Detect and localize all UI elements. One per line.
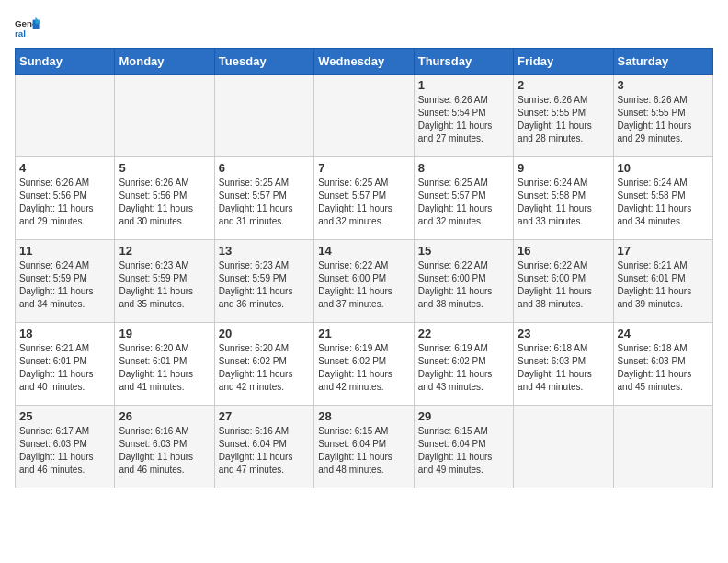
week-row-5: 25Sunrise: 6:17 AM Sunset: 6:03 PM Dayli… — [16, 406, 713, 488]
cell-content: Sunrise: 6:24 AM Sunset: 5:58 PM Dayligh… — [618, 177, 709, 228]
week-row-1: 1Sunrise: 6:26 AM Sunset: 5:54 PM Daylig… — [16, 75, 713, 157]
calendar-cell: 27Sunrise: 6:16 AM Sunset: 6:04 PM Dayli… — [214, 406, 313, 488]
day-number: 7 — [318, 161, 409, 175]
cell-content: Sunrise: 6:24 AM Sunset: 5:59 PM Dayligh… — [19, 259, 110, 311]
calendar-cell: 13Sunrise: 6:23 AM Sunset: 5:59 PM Dayli… — [214, 240, 313, 323]
cell-content: Sunrise: 6:18 AM Sunset: 6:03 PM Dayligh… — [618, 342, 709, 394]
column-header-tuesday: Tuesday — [214, 49, 313, 75]
day-number: 21 — [318, 327, 409, 340]
cell-content: Sunrise: 6:26 AM Sunset: 5:56 PM Dayligh… — [119, 177, 210, 228]
cell-content: Sunrise: 6:26 AM Sunset: 5:56 PM Dayligh… — [19, 177, 110, 228]
cell-content: Sunrise: 6:24 AM Sunset: 5:58 PM Dayligh… — [518, 177, 609, 228]
cell-content: Sunrise: 6:25 AM Sunset: 5:57 PM Dayligh… — [418, 177, 509, 228]
calendar-cell: 6Sunrise: 6:25 AM Sunset: 5:57 PM Daylig… — [214, 157, 313, 240]
day-number: 11 — [19, 244, 110, 258]
cell-content: Sunrise: 6:25 AM Sunset: 5:57 PM Dayligh… — [219, 177, 310, 228]
calendar-cell: 22Sunrise: 6:19 AM Sunset: 6:02 PM Dayli… — [414, 323, 513, 406]
cell-content: Sunrise: 6:23 AM Sunset: 5:59 PM Dayligh… — [219, 259, 310, 311]
svg-text:ral: ral — [15, 29, 26, 39]
calendar-body: 1Sunrise: 6:26 AM Sunset: 5:54 PM Daylig… — [16, 75, 713, 488]
calendar-cell: 3Sunrise: 6:26 AM Sunset: 5:55 PM Daylig… — [613, 75, 712, 157]
day-number: 20 — [219, 327, 310, 340]
calendar-cell: 16Sunrise: 6:22 AM Sunset: 6:00 PM Dayli… — [514, 240, 613, 323]
calendar-cell: 25Sunrise: 6:17 AM Sunset: 6:03 PM Dayli… — [16, 406, 115, 488]
calendar-cell — [514, 406, 613, 488]
week-row-3: 11Sunrise: 6:24 AM Sunset: 5:59 PM Dayli… — [16, 240, 713, 323]
calendar-cell — [613, 406, 712, 488]
calendar-cell: 20Sunrise: 6:20 AM Sunset: 6:02 PM Dayli… — [214, 323, 313, 406]
cell-content: Sunrise: 6:23 AM Sunset: 5:59 PM Dayligh… — [119, 259, 210, 311]
day-number: 16 — [518, 244, 609, 258]
calendar-cell: 24Sunrise: 6:18 AM Sunset: 6:03 PM Dayli… — [613, 323, 712, 406]
day-number: 2 — [518, 78, 609, 92]
day-number: 12 — [119, 244, 210, 258]
day-number: 13 — [219, 244, 310, 258]
calendar-cell: 21Sunrise: 6:19 AM Sunset: 6:02 PM Dayli… — [314, 323, 414, 406]
day-number: 9 — [518, 161, 609, 175]
calendar-cell: 29Sunrise: 6:15 AM Sunset: 6:04 PM Dayli… — [414, 406, 513, 488]
day-number: 18 — [19, 327, 110, 340]
calendar-cell: 12Sunrise: 6:23 AM Sunset: 5:59 PM Dayli… — [115, 240, 214, 323]
cell-content: Sunrise: 6:26 AM Sunset: 5:54 PM Dayligh… — [418, 94, 509, 145]
cell-content: Sunrise: 6:15 AM Sunset: 6:04 PM Dayligh… — [318, 425, 409, 477]
day-number: 25 — [19, 409, 110, 423]
cell-content: Sunrise: 6:17 AM Sunset: 6:03 PM Dayligh… — [19, 425, 110, 477]
calendar-cell: 1Sunrise: 6:26 AM Sunset: 5:54 PM Daylig… — [414, 75, 513, 157]
calendar-cell: 26Sunrise: 6:16 AM Sunset: 6:03 PM Dayli… — [115, 406, 214, 488]
calendar-cell — [314, 75, 414, 157]
cell-content: Sunrise: 6:22 AM Sunset: 6:00 PM Dayligh… — [518, 259, 609, 311]
cell-content: Sunrise: 6:20 AM Sunset: 6:01 PM Dayligh… — [119, 342, 210, 394]
calendar-cell: 4Sunrise: 6:26 AM Sunset: 5:56 PM Daylig… — [16, 157, 115, 240]
cell-content: Sunrise: 6:22 AM Sunset: 6:00 PM Dayligh… — [318, 259, 409, 311]
day-number: 27 — [219, 409, 310, 423]
calendar-cell — [214, 75, 313, 157]
cell-content: Sunrise: 6:20 AM Sunset: 6:02 PM Dayligh… — [219, 342, 310, 394]
column-header-sunday: Sunday — [16, 49, 115, 75]
column-header-thursday: Thursday — [414, 49, 513, 75]
cell-content: Sunrise: 6:25 AM Sunset: 5:57 PM Dayligh… — [318, 177, 409, 228]
day-number: 28 — [318, 409, 409, 423]
calendar-cell: 17Sunrise: 6:21 AM Sunset: 6:01 PM Dayli… — [613, 240, 712, 323]
column-header-friday: Friday — [514, 49, 613, 75]
day-number: 19 — [119, 327, 210, 340]
calendar-cell — [16, 75, 115, 157]
week-row-4: 18Sunrise: 6:21 AM Sunset: 6:01 PM Dayli… — [16, 323, 713, 406]
calendar-cell: 19Sunrise: 6:20 AM Sunset: 6:01 PM Dayli… — [115, 323, 214, 406]
day-number: 29 — [418, 409, 509, 423]
cell-content: Sunrise: 6:15 AM Sunset: 6:04 PM Dayligh… — [418, 425, 509, 477]
day-number: 5 — [119, 161, 210, 175]
cell-content: Sunrise: 6:21 AM Sunset: 6:01 PM Dayligh… — [19, 342, 110, 394]
header-row: SundayMondayTuesdayWednesdayThursdayFrid… — [16, 49, 713, 75]
day-number: 14 — [318, 244, 409, 258]
day-number: 4 — [19, 161, 110, 175]
calendar-cell: 18Sunrise: 6:21 AM Sunset: 6:01 PM Dayli… — [16, 323, 115, 406]
day-number: 3 — [618, 78, 709, 92]
cell-content: Sunrise: 6:21 AM Sunset: 6:01 PM Dayligh… — [618, 259, 709, 311]
day-number: 23 — [518, 327, 609, 340]
generalblue-icon: Gene ral — [15, 15, 40, 40]
column-header-monday: Monday — [115, 49, 214, 75]
calendar-cell: 8Sunrise: 6:25 AM Sunset: 5:57 PM Daylig… — [414, 157, 513, 240]
day-number: 26 — [119, 409, 210, 423]
day-number: 6 — [219, 161, 310, 175]
column-header-wednesday: Wednesday — [314, 49, 414, 75]
day-number: 15 — [418, 244, 509, 258]
calendar-cell: 28Sunrise: 6:15 AM Sunset: 6:04 PM Dayli… — [314, 406, 414, 488]
header: Gene ral — [15, 15, 713, 40]
calendar-cell: 9Sunrise: 6:24 AM Sunset: 5:58 PM Daylig… — [514, 157, 613, 240]
cell-content: Sunrise: 6:22 AM Sunset: 6:00 PM Dayligh… — [418, 259, 509, 311]
calendar-cell: 2Sunrise: 6:26 AM Sunset: 5:55 PM Daylig… — [514, 75, 613, 157]
svg-marker-3 — [35, 17, 40, 24]
day-number: 24 — [618, 327, 709, 340]
calendar-cell: 10Sunrise: 6:24 AM Sunset: 5:58 PM Dayli… — [613, 157, 712, 240]
cell-content: Sunrise: 6:26 AM Sunset: 5:55 PM Dayligh… — [518, 94, 609, 145]
cell-content: Sunrise: 6:26 AM Sunset: 5:55 PM Dayligh… — [618, 94, 709, 145]
logo: Gene ral — [15, 15, 44, 40]
calendar-cell: 15Sunrise: 6:22 AM Sunset: 6:00 PM Dayli… — [414, 240, 513, 323]
cell-content: Sunrise: 6:16 AM Sunset: 6:04 PM Dayligh… — [219, 425, 310, 477]
calendar-cell — [115, 75, 214, 157]
calendar-table: SundayMondayTuesdayWednesdayThursdayFrid… — [15, 48, 713, 488]
day-number: 8 — [418, 161, 509, 175]
cell-content: Sunrise: 6:16 AM Sunset: 6:03 PM Dayligh… — [119, 425, 210, 477]
day-number: 1 — [418, 78, 509, 92]
